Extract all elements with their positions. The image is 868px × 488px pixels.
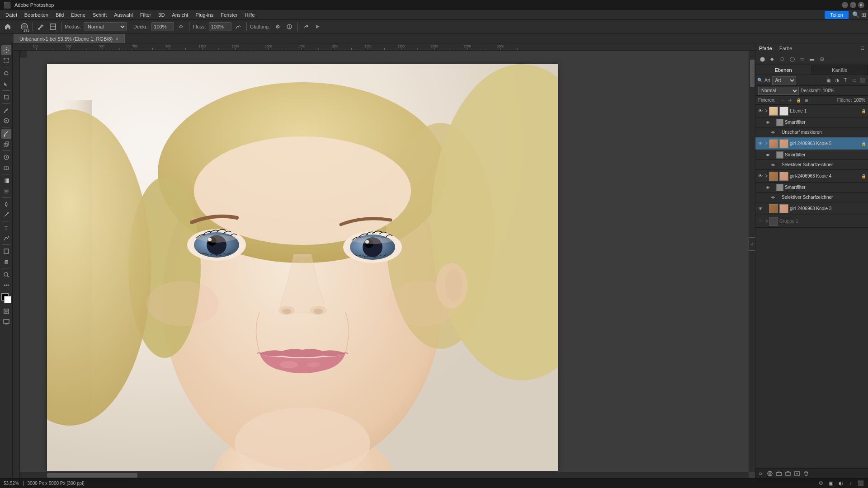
blend-mode-select[interactable]: Normal Multiplizieren Abwedeln	[758, 87, 799, 95]
modus-select[interactable]: Normal Multiplizieren Abwedeln	[84, 22, 127, 31]
window-maximize[interactable]: □	[850, 2, 856, 8]
layer-filter-shape[interactable]: ▭	[850, 77, 858, 84]
layer-girl-kopie4[interactable]: 👁 girl-2406963 Kopie 4 🔒	[755, 170, 868, 183]
fluss-icon[interactable]	[233, 22, 243, 32]
background-color[interactable]	[4, 296, 11, 303]
layer-add-button[interactable]	[793, 470, 801, 477]
shape-rect2[interactable]: ▬	[808, 55, 816, 63]
document-tab[interactable]: Unbenannt-1 bei 53,5% (Ebene 1, RGB/8) ✕	[14, 34, 125, 43]
statusbar-icon3[interactable]: ◐	[837, 480, 844, 487]
panel-menu-icon[interactable]: ☰	[861, 46, 864, 51]
lock-all[interactable]: ⊞	[803, 97, 810, 103]
menu-plugins[interactable]: Plug-ins	[192, 11, 217, 19]
layer-eye-gk4[interactable]: 👁	[757, 173, 764, 179]
shape-rect[interactable]: ▭	[798, 55, 806, 63]
tool-dodge[interactable]	[1, 199, 11, 209]
layer-fx-button[interactable]: fx	[757, 470, 764, 477]
layer-group-button[interactable]	[784, 470, 792, 477]
tool-clone[interactable]	[1, 139, 11, 149]
layer-filter-pixel[interactable]: ▣	[825, 77, 832, 84]
layer-selektiv2[interactable]: Selektiver Scharfzeichner	[755, 192, 868, 202]
tool-extra[interactable]	[1, 280, 11, 290]
tablet-pressure-icon[interactable]	[313, 22, 323, 32]
layer-selektiv1[interactable]: Selektiver Scharfzeichner	[755, 160, 868, 170]
tool-crop[interactable]	[1, 92, 11, 102]
menu-3d[interactable]: 3D	[155, 11, 168, 19]
deckraft-input[interactable]: 100%	[151, 22, 174, 31]
horizontal-scrollbar[interactable]	[20, 472, 749, 478]
layer-type-select[interactable]: Art Name Effekt	[772, 76, 796, 84]
shape-stack[interactable]: ⊞	[818, 55, 826, 63]
search-icon[interactable]: 🔍	[852, 11, 859, 18]
layer-eye-sel2[interactable]	[770, 194, 776, 201]
tool-path-select[interactable]	[1, 233, 11, 243]
tab-ebenen[interactable]: Ebenen	[755, 65, 812, 75]
statusbar-icon1[interactable]: ⚙	[817, 480, 825, 487]
tool-eraser[interactable]	[1, 163, 11, 173]
tool-screen-mode[interactable]	[1, 317, 11, 327]
panel-collapse-button[interactable]: ‹	[749, 237, 755, 251]
lock-artboards[interactable]: 🔒	[795, 97, 802, 103]
layer-adjustment-button[interactable]	[775, 470, 783, 477]
window-close[interactable]: ✕	[858, 2, 864, 8]
layer-filter-adj[interactable]: ◑	[833, 77, 840, 84]
tool-blur[interactable]	[1, 186, 11, 196]
layer-smartfilter2[interactable]: Smartfilter	[755, 150, 868, 160]
brush-tool[interactable]: 191	[19, 22, 29, 32]
tool-eyedropper[interactable]	[1, 105, 11, 115]
tool-object-select[interactable]	[1, 79, 11, 89]
settings-icon[interactable]: ⚙	[273, 22, 283, 32]
layer-delete-button[interactable]	[802, 470, 810, 477]
tool-history[interactable]	[1, 152, 11, 162]
statusbar-icon4[interactable]: ↑	[847, 480, 854, 487]
deckraft-icon[interactable]	[176, 22, 186, 32]
vscroll-thumb[interactable]	[750, 60, 755, 87]
tool-mask-mode[interactable]	[1, 306, 11, 316]
menu-bild[interactable]: Bild	[52, 11, 67, 19]
hscroll-thumb[interactable]	[47, 473, 137, 478]
color-swatches[interactable]	[1, 293, 11, 303]
workspace-icon[interactable]: ⊞	[861, 11, 866, 18]
menu-datei[interactable]: Datei	[2, 11, 21, 19]
tool-move[interactable]	[1, 45, 11, 55]
menu-auswahl[interactable]: Auswahl	[110, 11, 137, 19]
window-minimize[interactable]: ─	[842, 2, 848, 8]
teilen-button[interactable]: Teilen	[825, 11, 849, 19]
layer-eye-ebene1[interactable]: 👁	[757, 108, 764, 114]
layer-ebene1[interactable]: 👁 Ebene 1 🔒	[755, 105, 868, 117]
tool-brush[interactable]	[1, 129, 11, 139]
layer-eye-um1[interactable]	[770, 129, 776, 136]
shape-circle[interactable]: ⬤	[758, 55, 766, 63]
shape-diamond[interactable]: ◆	[768, 55, 776, 63]
menu-schrift[interactable]: Schrift	[89, 11, 110, 19]
layer-eye-gk5[interactable]: 👁	[757, 141, 764, 147]
statusbar-icon2[interactable]: ▣	[827, 480, 835, 487]
tool-pen[interactable]	[1, 210, 11, 220]
tool-text[interactable]: T	[1, 223, 11, 233]
vertical-scrollbar[interactable]	[749, 51, 755, 472]
tool-heal[interactable]	[1, 116, 11, 126]
layer-girl-kopie3[interactable]: 👁 girl-2406963 Kopie 3	[755, 202, 868, 215]
tab-kanaele[interactable]: Kanäle	[812, 65, 868, 75]
layer-gruppe1[interactable]: 👁 Gruppe 1	[755, 215, 868, 228]
lock-position[interactable]: ✛	[787, 97, 793, 103]
statusbar-icon5[interactable]: ⬛	[857, 480, 864, 487]
layer-smartfilter3[interactable]: Smartfilter	[755, 183, 868, 192]
layer-mask-button[interactable]	[766, 470, 774, 477]
lock-pixels[interactable]: ⬝	[779, 97, 785, 103]
tool2[interactable]	[48, 22, 58, 32]
brush-icon[interactable]	[36, 22, 46, 32]
layer-filter-smart[interactable]: ⬛	[859, 77, 866, 84]
layer-filter-text[interactable]: T	[842, 77, 849, 84]
tool-shape[interactable]	[1, 246, 11, 256]
layer-eye-sf1[interactable]	[764, 119, 771, 126]
tab-farbe[interactable]: Farbe	[779, 46, 793, 51]
layer-eye-g1[interactable]: 👁	[757, 218, 764, 225]
menu-ansicht[interactable]: Ansicht	[168, 11, 192, 19]
layer-eye-sf2[interactable]	[764, 152, 771, 158]
layer-girl-kopie5[interactable]: 👁 girl-2406963 Kopie 5 🔒	[755, 137, 868, 150]
symmetry-icon[interactable]	[284, 22, 294, 32]
tool-marquee[interactable]	[1, 56, 11, 66]
menu-filter[interactable]: Filter	[137, 11, 155, 19]
menu-fenster[interactable]: Fenster	[217, 11, 241, 19]
